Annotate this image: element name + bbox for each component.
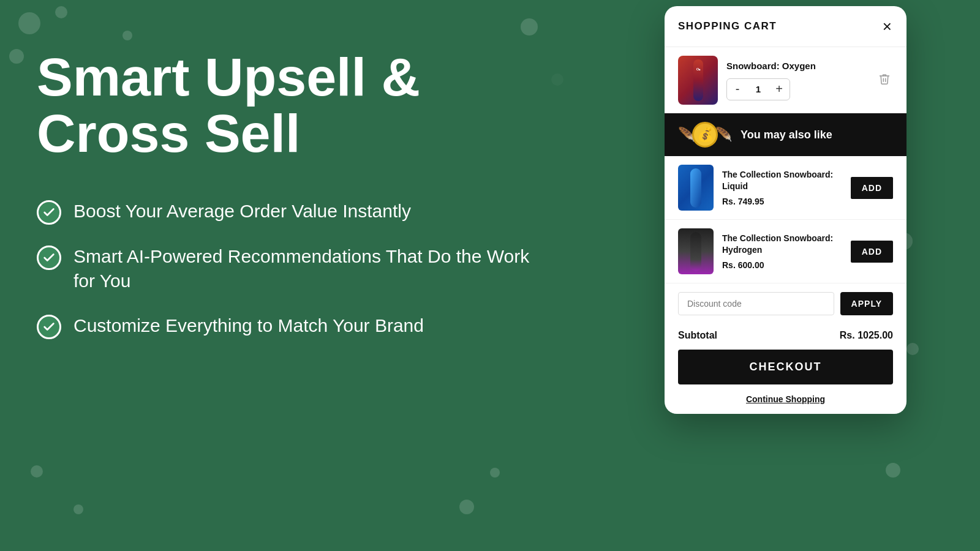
upsell-price-hydrogen: Rs. 600.00 [722, 260, 842, 270]
upsell-name-hydrogen: The Collection Snowboard: Hydrogen [722, 233, 842, 255]
upsell-title: You may also like [741, 129, 832, 141]
checkout-button[interactable]: CHECKOUT [678, 350, 893, 384]
svg-rect-2 [690, 168, 701, 208]
feature-item-2: Smart AI-Powered Recommendations That Do… [37, 244, 539, 294]
svg-text:O₂: O₂ [696, 67, 701, 71]
subtotal-row: Subtotal Rs. 1025.00 [665, 324, 907, 350]
feature-item-1: Boost Your Average Order Value Instantly [37, 199, 539, 225]
add-liquid-button[interactable]: ADD [851, 177, 893, 199]
upsell-image-hydrogen [678, 228, 714, 274]
item-name: Snowboard: Oxygen [726, 61, 867, 71]
cart-panel: SHOPPING CART × O₂ Snowboard: Oxygen - [665, 6, 907, 414]
upsell-name-liquid: The Collection Snowboard: Liquid [722, 169, 842, 191]
item-image: O₂ [678, 56, 718, 105]
upsell-info-liquid: The Collection Snowboard: Liquid Rs. 749… [722, 169, 842, 206]
check-icon-2 [37, 246, 61, 270]
close-button[interactable]: × [881, 17, 893, 36]
upsell-info-hydrogen: The Collection Snowboard: Hydrogen Rs. 6… [722, 233, 842, 269]
svg-rect-3 [690, 232, 701, 271]
feature-text-1: Boost Your Average Order Value Instantly [74, 199, 411, 224]
qty-control: - 1 + [726, 78, 790, 100]
feature-list: Boost Your Average Order Value Instantly… [37, 199, 539, 339]
left-content: Smart Upsell & Cross Sell Boost Your Ave… [37, 49, 539, 339]
item-details: Snowboard: Oxygen - 1 + [726, 61, 867, 100]
coin-wrapper: 🪶 💰 🪶 [678, 122, 732, 148]
feature-item-3: Customize Everything to Match Your Brand [37, 313, 539, 339]
svg-rect-0 [693, 59, 703, 101]
discount-input[interactable] [678, 292, 834, 315]
upsell-price-liquid: Rs. 749.95 [722, 197, 842, 206]
subtotal-value: Rs. 1025.00 [840, 330, 893, 341]
upsell-item-hydrogen: The Collection Snowboard: Hydrogen Rs. 6… [665, 220, 907, 283]
upsell-item-liquid: The Collection Snowboard: Liquid Rs. 749… [665, 156, 907, 220]
subtotal-label: Subtotal [678, 330, 717, 341]
main-title: Smart Upsell & Cross Sell [37, 49, 539, 162]
feature-text-3: Customize Everything to Match Your Brand [74, 313, 424, 339]
feature-text-2: Smart AI-Powered Recommendations That Do… [74, 244, 539, 294]
continue-shopping-link[interactable]: Continue Shopping [665, 384, 907, 414]
discount-section: APPLY [665, 283, 907, 324]
cart-title: SHOPPING CART [678, 20, 777, 32]
upsell-banner: 🪶 💰 🪶 You may also like [665, 113, 907, 156]
add-hydrogen-button[interactable]: ADD [851, 241, 893, 263]
coin-icon: 💰 [692, 122, 718, 148]
delete-item-button[interactable] [876, 70, 893, 91]
cart-header: SHOPPING CART × [665, 6, 907, 47]
qty-minus-button[interactable]: - [727, 79, 748, 100]
qty-number: 1 [748, 84, 769, 94]
apply-discount-button[interactable]: APPLY [840, 292, 893, 315]
cart-item: O₂ Snowboard: Oxygen - 1 + [665, 47, 907, 113]
qty-plus-button[interactable]: + [769, 79, 790, 100]
check-icon-1 [37, 200, 61, 225]
check-icon-3 [37, 315, 61, 339]
upsell-image-liquid [678, 165, 714, 211]
wing-right-icon: 🪶 [715, 127, 732, 143]
